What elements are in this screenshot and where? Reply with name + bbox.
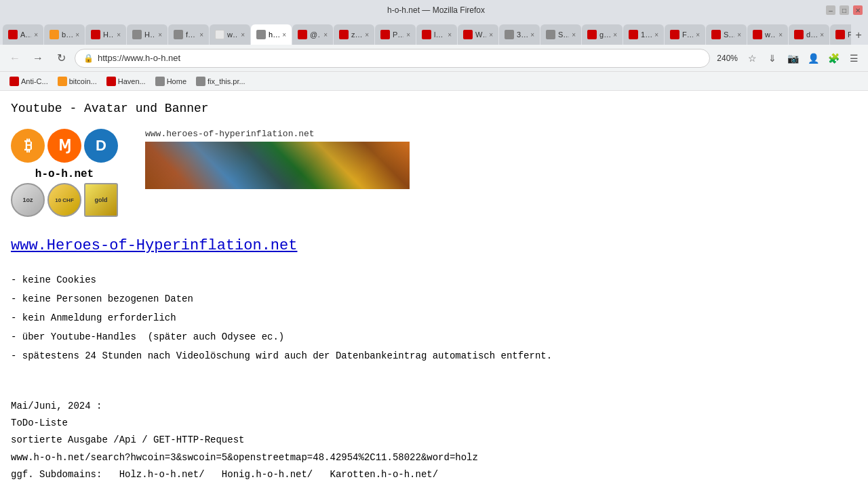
tab-close-icon[interactable]: × [241, 31, 245, 39]
address-bar[interactable]: 🔒 https://www.h-o-h.net [75, 49, 710, 68]
bookmark-item[interactable]: Home [151, 75, 191, 87]
zoom-level: 240% [714, 54, 741, 63]
tab-close-icon[interactable]: × [696, 31, 700, 39]
tab-item[interactable]: www...× [210, 24, 250, 45]
features-list: - keine Cookies- keine Personen bezogene… [11, 270, 857, 384]
tab-item[interactable]: granal...× [582, 24, 623, 45]
tab-item[interactable]: Haven...× [85, 24, 126, 45]
tab-close-icon[interactable]: × [820, 31, 824, 39]
nav-right-controls: 240% ☆ ⇓ 📷 👤 🧩 ☰ [714, 49, 863, 67]
todo-section: Mai/Juni, 2024 :ToDo-Listesortierte Ausg… [11, 398, 857, 483]
bookmark-label: Anti-C... [21, 77, 48, 85]
extensions-button[interactable]: 🧩 [825, 49, 842, 67]
tab-item[interactable]: 3. Key...× [499, 24, 540, 45]
feature-item: - keine Cookies [11, 270, 857, 289]
tab-favicon [835, 30, 845, 39]
tab-close-icon[interactable]: × [117, 31, 121, 39]
dash-coin: D [84, 129, 118, 163]
feature-item: - keine Personen bezogenen Daten [11, 289, 857, 308]
tab-close-icon[interactable]: × [158, 31, 162, 39]
title-bar: h-o-h.net — Mozilla Firefox – □ ✕ [0, 0, 868, 20]
back-button[interactable]: ← [5, 49, 24, 68]
bookmark-item[interactable]: bitcoin... [54, 75, 101, 87]
tab-item[interactable]: Home× [127, 24, 167, 45]
banner-image-gradient [145, 142, 410, 189]
tab-item[interactable]: Anti-C...× [3, 24, 43, 45]
todo-item: www.h-o-h.net/search?hwcoin=3&swcoin=5&o… [11, 449, 857, 466]
tab-item[interactable]: fix_this.p...× [168, 24, 209, 45]
tab-item[interactable]: latten...× [416, 24, 457, 45]
menu-button[interactable]: ☰ [845, 49, 863, 67]
forward-button[interactable]: → [28, 49, 47, 68]
tab-favicon [215, 30, 224, 39]
tab-item[interactable]: bitcoin...× [44, 24, 85, 45]
tab-favicon [711, 30, 721, 39]
xmr-coin: Ɱ [47, 129, 81, 163]
tab-item[interactable]: digital...× [789, 24, 829, 45]
tab-favicon [256, 30, 266, 39]
tab-label: FQC_... [682, 30, 693, 39]
maximize-button[interactable]: □ [840, 5, 849, 15]
bookmark-item[interactable]: Anti-C... [5, 75, 52, 87]
window-controls: – □ ✕ [826, 5, 863, 15]
avatar-label: h-o-h.net [35, 168, 94, 180]
tab-label: From... [848, 30, 851, 39]
tab-label: Stepan S... [558, 30, 569, 39]
tab-item[interactable]: h-o-...× [251, 24, 292, 45]
new-tab-button[interactable]: + [852, 26, 865, 45]
bookmark-label: bitcoin... [69, 77, 97, 85]
download-button[interactable]: ⇓ [764, 49, 781, 67]
tab-close-icon[interactable]: × [323, 31, 328, 39]
tab-favicon [463, 30, 473, 39]
tab-item[interactable]: From...× [830, 24, 851, 45]
btc-coin: ₿ [11, 129, 45, 163]
tab-close-icon[interactable]: × [778, 31, 783, 39]
account-button[interactable]: 👤 [804, 49, 822, 67]
tab-close-icon[interactable]: × [530, 31, 534, 39]
tab-item[interactable]: 10Cen...× [623, 24, 664, 45]
tab-item[interactable]: Polize...× [375, 24, 416, 45]
tab-close-icon[interactable]: × [613, 31, 617, 39]
tab-favicon [794, 30, 804, 39]
browser-frame: h-o-h.net — Mozilla Firefox – □ ✕ Anti-C… [0, 0, 868, 488]
tab-close-icon[interactable]: × [75, 31, 79, 39]
tab-item[interactable]: FQC_...× [665, 24, 705, 45]
banner-image [145, 142, 410, 189]
tab-close-icon[interactable]: × [572, 31, 576, 39]
tab-favicon [546, 30, 555, 39]
tab-item[interactable]: SSR-_202...× [706, 24, 747, 45]
minimize-button[interactable]: – [826, 5, 835, 15]
main-site-link[interactable]: www.Heroes-of-Hyperinflation.net [11, 237, 857, 254]
tab-label: 3. Key... [517, 30, 528, 39]
tab-item[interactable]: @FAI...× [292, 24, 333, 45]
bookmark-favicon [58, 77, 67, 86]
tab-item[interactable]: who-...× [747, 24, 788, 45]
nav-bar: ← → ↻ 🔒 https://www.h-o-h.net 240% ☆ ⇓ 📷… [0, 45, 868, 72]
reload-button[interactable]: ↻ [52, 49, 71, 68]
crypto-icons-row: ₿ Ɱ D [11, 129, 118, 163]
tab-close-icon[interactable]: × [654, 31, 658, 39]
screenshot-button[interactable]: 📷 [784, 49, 802, 67]
tab-item[interactable]: Stepan S...× [540, 24, 581, 45]
tab-close-icon[interactable]: × [34, 31, 38, 39]
tab-favicon [753, 30, 762, 39]
bookmark-item[interactable]: fix_this.pr... [192, 75, 250, 87]
tab-close-icon[interactable]: × [448, 31, 452, 39]
tab-close-icon[interactable]: × [489, 31, 493, 39]
tab-close-icon[interactable]: × [365, 31, 369, 39]
bookmark-favicon [196, 77, 205, 86]
bookmark-star-button[interactable]: ☆ [743, 49, 761, 67]
close-button[interactable]: ✕ [853, 5, 863, 15]
tab-favicon [91, 30, 100, 39]
tab-close-icon[interactable]: × [406, 31, 410, 39]
tab-label: digital... [806, 30, 817, 39]
tab-label: Home [144, 30, 155, 39]
tab-close-icon[interactable]: × [737, 31, 741, 39]
bookmark-item[interactable]: Haven... [102, 75, 150, 87]
tab-favicon [298, 30, 307, 39]
tab-close-icon[interactable]: × [199, 31, 203, 39]
tab-item[interactable]: Wie w...× [458, 24, 498, 45]
tab-favicon [132, 30, 142, 39]
tab-close-icon[interactable]: × [282, 31, 286, 39]
tab-item[interactable]: zu @...× [334, 24, 374, 45]
